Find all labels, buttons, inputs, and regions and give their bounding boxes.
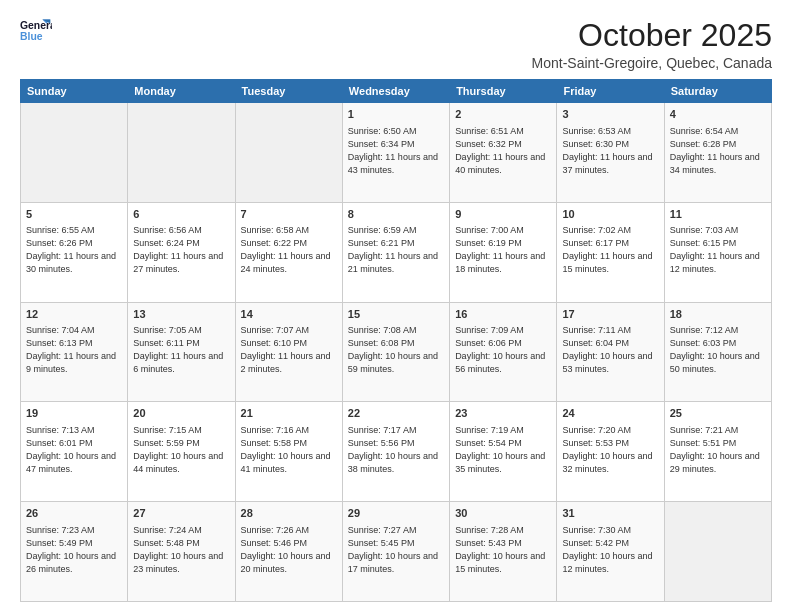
header-saturday: Saturday bbox=[664, 80, 771, 103]
calendar-cell: 18Sunrise: 7:12 AM Sunset: 6:03 PM Dayli… bbox=[664, 302, 771, 402]
day-number: 30 bbox=[455, 506, 551, 521]
day-info: Sunrise: 6:50 AM Sunset: 6:34 PM Dayligh… bbox=[348, 125, 444, 177]
calendar-cell: 28Sunrise: 7:26 AM Sunset: 5:46 PM Dayli… bbox=[235, 502, 342, 602]
calendar-cell: 12Sunrise: 7:04 AM Sunset: 6:13 PM Dayli… bbox=[21, 302, 128, 402]
calendar-header-row: Sunday Monday Tuesday Wednesday Thursday… bbox=[21, 80, 772, 103]
calendar-cell: 27Sunrise: 7:24 AM Sunset: 5:48 PM Dayli… bbox=[128, 502, 235, 602]
day-number: 9 bbox=[455, 207, 551, 222]
calendar-cell: 3Sunrise: 6:53 AM Sunset: 6:30 PM Daylig… bbox=[557, 103, 664, 203]
day-info: Sunrise: 7:17 AM Sunset: 5:56 PM Dayligh… bbox=[348, 424, 444, 476]
day-number: 4 bbox=[670, 107, 766, 122]
calendar-row-1: 1Sunrise: 6:50 AM Sunset: 6:34 PM Daylig… bbox=[21, 103, 772, 203]
day-number: 22 bbox=[348, 406, 444, 421]
calendar-cell: 13Sunrise: 7:05 AM Sunset: 6:11 PM Dayli… bbox=[128, 302, 235, 402]
day-number: 23 bbox=[455, 406, 551, 421]
title-block: October 2025 Mont-Saint-Gregoire, Quebec… bbox=[532, 18, 772, 71]
calendar-cell: 1Sunrise: 6:50 AM Sunset: 6:34 PM Daylig… bbox=[342, 103, 449, 203]
day-number: 13 bbox=[133, 307, 229, 322]
header-tuesday: Tuesday bbox=[235, 80, 342, 103]
day-info: Sunrise: 7:19 AM Sunset: 5:54 PM Dayligh… bbox=[455, 424, 551, 476]
day-info: Sunrise: 7:03 AM Sunset: 6:15 PM Dayligh… bbox=[670, 224, 766, 276]
svg-text:Blue: Blue bbox=[20, 31, 43, 42]
day-info: Sunrise: 7:28 AM Sunset: 5:43 PM Dayligh… bbox=[455, 524, 551, 576]
day-number: 2 bbox=[455, 107, 551, 122]
day-number: 14 bbox=[241, 307, 337, 322]
calendar-cell: 19Sunrise: 7:13 AM Sunset: 6:01 PM Dayli… bbox=[21, 402, 128, 502]
calendar-cell: 17Sunrise: 7:11 AM Sunset: 6:04 PM Dayli… bbox=[557, 302, 664, 402]
calendar-row-5: 26Sunrise: 7:23 AM Sunset: 5:49 PM Dayli… bbox=[21, 502, 772, 602]
header-sunday: Sunday bbox=[21, 80, 128, 103]
calendar-cell: 23Sunrise: 7:19 AM Sunset: 5:54 PM Dayli… bbox=[450, 402, 557, 502]
day-info: Sunrise: 7:09 AM Sunset: 6:06 PM Dayligh… bbox=[455, 324, 551, 376]
day-number: 5 bbox=[26, 207, 122, 222]
calendar-cell: 9Sunrise: 7:00 AM Sunset: 6:19 PM Daylig… bbox=[450, 202, 557, 302]
calendar-cell: 20Sunrise: 7:15 AM Sunset: 5:59 PM Dayli… bbox=[128, 402, 235, 502]
day-info: Sunrise: 7:12 AM Sunset: 6:03 PM Dayligh… bbox=[670, 324, 766, 376]
day-info: Sunrise: 6:53 AM Sunset: 6:30 PM Dayligh… bbox=[562, 125, 658, 177]
calendar-cell: 11Sunrise: 7:03 AM Sunset: 6:15 PM Dayli… bbox=[664, 202, 771, 302]
calendar-cell bbox=[664, 502, 771, 602]
day-number: 18 bbox=[670, 307, 766, 322]
day-info: Sunrise: 7:13 AM Sunset: 6:01 PM Dayligh… bbox=[26, 424, 122, 476]
day-info: Sunrise: 7:24 AM Sunset: 5:48 PM Dayligh… bbox=[133, 524, 229, 576]
day-number: 12 bbox=[26, 307, 122, 322]
calendar-cell: 26Sunrise: 7:23 AM Sunset: 5:49 PM Dayli… bbox=[21, 502, 128, 602]
calendar-cell: 30Sunrise: 7:28 AM Sunset: 5:43 PM Dayli… bbox=[450, 502, 557, 602]
day-number: 8 bbox=[348, 207, 444, 222]
day-number: 7 bbox=[241, 207, 337, 222]
calendar-cell bbox=[235, 103, 342, 203]
calendar-cell bbox=[21, 103, 128, 203]
calendar-cell: 15Sunrise: 7:08 AM Sunset: 6:08 PM Dayli… bbox=[342, 302, 449, 402]
day-number: 24 bbox=[562, 406, 658, 421]
day-info: Sunrise: 7:26 AM Sunset: 5:46 PM Dayligh… bbox=[241, 524, 337, 576]
day-number: 16 bbox=[455, 307, 551, 322]
calendar-table: Sunday Monday Tuesday Wednesday Thursday… bbox=[20, 79, 772, 602]
calendar-cell: 22Sunrise: 7:17 AM Sunset: 5:56 PM Dayli… bbox=[342, 402, 449, 502]
calendar-cell: 10Sunrise: 7:02 AM Sunset: 6:17 PM Dayli… bbox=[557, 202, 664, 302]
calendar-cell: 14Sunrise: 7:07 AM Sunset: 6:10 PM Dayli… bbox=[235, 302, 342, 402]
calendar-cell bbox=[128, 103, 235, 203]
day-info: Sunrise: 7:11 AM Sunset: 6:04 PM Dayligh… bbox=[562, 324, 658, 376]
day-info: Sunrise: 7:16 AM Sunset: 5:58 PM Dayligh… bbox=[241, 424, 337, 476]
calendar-cell: 5Sunrise: 6:55 AM Sunset: 6:26 PM Daylig… bbox=[21, 202, 128, 302]
day-info: Sunrise: 7:20 AM Sunset: 5:53 PM Dayligh… bbox=[562, 424, 658, 476]
day-number: 3 bbox=[562, 107, 658, 122]
calendar-cell: 31Sunrise: 7:30 AM Sunset: 5:42 PM Dayli… bbox=[557, 502, 664, 602]
calendar-cell: 25Sunrise: 7:21 AM Sunset: 5:51 PM Dayli… bbox=[664, 402, 771, 502]
day-number: 17 bbox=[562, 307, 658, 322]
calendar-cell: 4Sunrise: 6:54 AM Sunset: 6:28 PM Daylig… bbox=[664, 103, 771, 203]
day-number: 10 bbox=[562, 207, 658, 222]
day-info: Sunrise: 7:05 AM Sunset: 6:11 PM Dayligh… bbox=[133, 324, 229, 376]
day-number: 28 bbox=[241, 506, 337, 521]
day-number: 21 bbox=[241, 406, 337, 421]
day-info: Sunrise: 7:08 AM Sunset: 6:08 PM Dayligh… bbox=[348, 324, 444, 376]
day-number: 1 bbox=[348, 107, 444, 122]
day-number: 20 bbox=[133, 406, 229, 421]
page-subtitle: Mont-Saint-Gregoire, Quebec, Canada bbox=[532, 55, 772, 71]
day-info: Sunrise: 7:07 AM Sunset: 6:10 PM Dayligh… bbox=[241, 324, 337, 376]
logo-icon: General Blue bbox=[20, 18, 52, 46]
day-info: Sunrise: 7:23 AM Sunset: 5:49 PM Dayligh… bbox=[26, 524, 122, 576]
day-number: 15 bbox=[348, 307, 444, 322]
calendar-row-3: 12Sunrise: 7:04 AM Sunset: 6:13 PM Dayli… bbox=[21, 302, 772, 402]
day-number: 31 bbox=[562, 506, 658, 521]
day-number: 26 bbox=[26, 506, 122, 521]
day-info: Sunrise: 7:27 AM Sunset: 5:45 PM Dayligh… bbox=[348, 524, 444, 576]
calendar-cell: 8Sunrise: 6:59 AM Sunset: 6:21 PM Daylig… bbox=[342, 202, 449, 302]
header-monday: Monday bbox=[128, 80, 235, 103]
calendar-cell: 2Sunrise: 6:51 AM Sunset: 6:32 PM Daylig… bbox=[450, 103, 557, 203]
calendar-row-4: 19Sunrise: 7:13 AM Sunset: 6:01 PM Dayli… bbox=[21, 402, 772, 502]
day-info: Sunrise: 6:59 AM Sunset: 6:21 PM Dayligh… bbox=[348, 224, 444, 276]
day-number: 6 bbox=[133, 207, 229, 222]
page-header: General Blue October 2025 Mont-Saint-Gre… bbox=[20, 18, 772, 71]
calendar-cell: 6Sunrise: 6:56 AM Sunset: 6:24 PM Daylig… bbox=[128, 202, 235, 302]
day-info: Sunrise: 7:02 AM Sunset: 6:17 PM Dayligh… bbox=[562, 224, 658, 276]
calendar-cell: 7Sunrise: 6:58 AM Sunset: 6:22 PM Daylig… bbox=[235, 202, 342, 302]
day-info: Sunrise: 7:00 AM Sunset: 6:19 PM Dayligh… bbox=[455, 224, 551, 276]
header-friday: Friday bbox=[557, 80, 664, 103]
logo: General Blue bbox=[20, 18, 52, 46]
day-info: Sunrise: 6:56 AM Sunset: 6:24 PM Dayligh… bbox=[133, 224, 229, 276]
calendar-row-2: 5Sunrise: 6:55 AM Sunset: 6:26 PM Daylig… bbox=[21, 202, 772, 302]
day-info: Sunrise: 6:51 AM Sunset: 6:32 PM Dayligh… bbox=[455, 125, 551, 177]
day-number: 11 bbox=[670, 207, 766, 222]
